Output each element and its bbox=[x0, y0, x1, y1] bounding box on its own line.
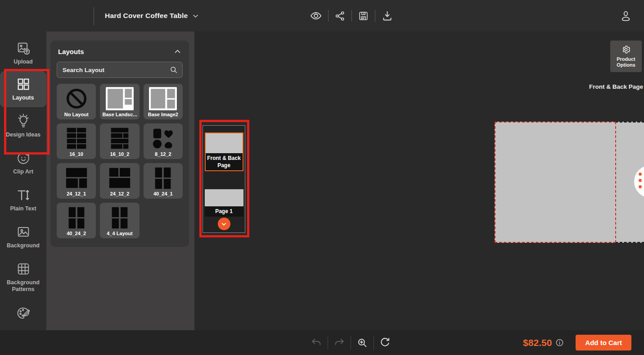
topbar-tool-divider bbox=[351, 10, 352, 22]
page-thumbnail-label: Page 1 bbox=[205, 206, 243, 216]
handle-dot bbox=[639, 185, 642, 188]
topbar: Hard Cover Coffee Table bbox=[0, 0, 644, 32]
sidebar-item-label: Clip Art bbox=[13, 168, 33, 175]
sidebar-item-label: Background bbox=[7, 242, 40, 249]
sidebar-item-upload[interactable]: Upload bbox=[0, 35, 46, 71]
layout-thumbnail bbox=[144, 165, 182, 191]
sidebar-item-design-ideas[interactable]: Design Ideas bbox=[0, 107, 46, 144]
topbar-tool-divider bbox=[375, 10, 375, 22]
sidebar-item-plain-text[interactable]: Plain Text bbox=[0, 182, 46, 218]
text-resize-icon bbox=[16, 188, 31, 202]
handle-dot bbox=[639, 179, 642, 182]
layout-thumbnail bbox=[101, 205, 138, 231]
handle-dot bbox=[639, 173, 642, 176]
sidebar-item-label: Layouts bbox=[13, 95, 34, 101]
layout-tile-40-24-2[interactable]: 40_24_2 bbox=[57, 203, 96, 238]
pattern-grid-icon bbox=[16, 262, 31, 276]
layout-tile-16-10[interactable]: 16_10 bbox=[57, 123, 96, 159]
layouts-card: Layouts No Layout Base Landsc... bbox=[50, 41, 189, 247]
layout-tile-24-12-1[interactable]: 24_12_1 bbox=[57, 163, 96, 199]
sidebar-item-label: Upload bbox=[14, 59, 32, 65]
toolbar-divider bbox=[374, 336, 374, 350]
chevron-up-icon[interactable] bbox=[174, 48, 181, 55]
pages-panel: Front & Back Page Page 1 bbox=[203, 125, 245, 233]
page-thumbnail-image bbox=[206, 133, 243, 153]
rotate-icon[interactable] bbox=[379, 337, 391, 348]
product-title-dropdown[interactable]: Hard Cover Coffee Table bbox=[105, 0, 199, 32]
layout-tile-8-12-2[interactable]: 8_12_2 bbox=[144, 123, 183, 159]
search-icon[interactable] bbox=[169, 65, 178, 74]
page-thumbnail-image bbox=[205, 189, 243, 206]
sidebar-item-label: Design Ideas bbox=[6, 132, 41, 138]
product-options-button[interactable]: Product Options bbox=[610, 41, 642, 72]
zoom-in-icon[interactable] bbox=[356, 337, 368, 349]
layout-thumbnail bbox=[101, 125, 138, 151]
topbar-divider bbox=[94, 7, 94, 25]
canvas-page-left-selected[interactable] bbox=[495, 122, 616, 243]
floppy-save-icon[interactable] bbox=[358, 10, 369, 22]
layout-thumbnail bbox=[58, 165, 95, 191]
chevron-down-icon bbox=[221, 221, 227, 228]
download-icon[interactable] bbox=[381, 10, 393, 22]
layout-tile-24-12-2[interactable]: 24_12_2 bbox=[100, 163, 139, 199]
sidebar-item-color-palette[interactable] bbox=[0, 300, 46, 330]
add-to-cart-button[interactable]: Add to Cart bbox=[576, 335, 631, 350]
sidebar-item-background-patterns[interactable]: Background Patterns bbox=[0, 256, 46, 299]
layout-thumbnail bbox=[101, 165, 138, 191]
user-icon[interactable] bbox=[620, 0, 632, 32]
product-options-label: Product Options bbox=[610, 56, 642, 68]
palette-brush-icon bbox=[16, 305, 31, 321]
layout-tile-16-10-2[interactable]: 16_10_2 bbox=[100, 123, 139, 159]
layouts-panel-title: Layouts bbox=[58, 48, 84, 55]
chevron-down-icon bbox=[192, 13, 199, 19]
sidebar-item-label: Background Patterns bbox=[2, 279, 45, 293]
redo-icon[interactable] bbox=[333, 337, 345, 349]
sidebar-item-label: Plain Text bbox=[10, 205, 36, 212]
sidebar-item-background[interactable]: Background bbox=[0, 219, 46, 255]
bottom-toolbar: $82.50 Add to Cart bbox=[0, 330, 644, 355]
layout-thumbnail bbox=[58, 125, 95, 151]
page-thumbnail-front-back[interactable]: Front & Back Page bbox=[205, 132, 243, 171]
image-icon bbox=[16, 225, 31, 239]
toolbar-divider bbox=[328, 336, 328, 350]
undo-icon[interactable] bbox=[311, 337, 322, 349]
lightbulb-icon bbox=[16, 113, 31, 128]
layout-thumbnail bbox=[101, 86, 138, 112]
layout-tile-40-24-1[interactable]: 40_24_1 bbox=[144, 163, 183, 199]
price-label: $82.50 bbox=[523, 337, 552, 348]
layout-tile-base-image2[interactable]: Base Image2 bbox=[144, 84, 183, 119]
eye-icon[interactable] bbox=[310, 9, 322, 22]
canvas-tools bbox=[311, 330, 391, 355]
canvas-page-title: Front & Back Page bbox=[546, 83, 644, 90]
design-canvas: Front & Back Page bbox=[194, 32, 644, 330]
layout-thumbnail bbox=[58, 205, 95, 231]
page-thumbnail-label: Front & Back Page bbox=[206, 153, 243, 170]
sidebar-item-layouts[interactable]: Layouts bbox=[0, 71, 46, 107]
sticker-icon bbox=[16, 151, 31, 165]
product-title: Hard Cover Coffee Table bbox=[105, 12, 188, 20]
layout-tile-no-layout[interactable]: No Layout bbox=[57, 84, 96, 119]
sidebar-item-clip-art[interactable]: Clip Art bbox=[0, 145, 46, 181]
no-layout-icon bbox=[58, 86, 95, 112]
checkout-area: $82.50 Add to Cart bbox=[523, 330, 631, 355]
topbar-tools bbox=[310, 0, 393, 32]
sidebar: Upload Layouts Design Ideas Clip Art Pla… bbox=[0, 32, 46, 330]
search-input[interactable] bbox=[57, 62, 183, 78]
page-thumbnail-page-1[interactable]: Page 1 bbox=[205, 189, 243, 216]
layout-tiles-grid: No Layout Base Landsc... Base Image2 16_… bbox=[57, 84, 183, 238]
layout-thumbnail bbox=[144, 125, 182, 151]
toolbar-divider bbox=[351, 336, 351, 350]
layout-search bbox=[57, 62, 183, 78]
layout-thumbnail bbox=[144, 86, 182, 112]
layout-tile-4-4-layout[interactable]: 4_4 Layout bbox=[100, 203, 139, 238]
pages-expand-button[interactable] bbox=[218, 218, 230, 230]
gear-icon bbox=[621, 45, 631, 55]
topbar-tool-divider bbox=[328, 10, 329, 22]
image-upload-icon bbox=[16, 41, 31, 55]
share-icon[interactable] bbox=[334, 10, 346, 22]
layout-tile-base-landscape[interactable]: Base Landsc... bbox=[100, 84, 139, 119]
layouts-card-header: Layouts bbox=[57, 48, 183, 55]
info-icon[interactable] bbox=[555, 338, 564, 347]
layout-grid-icon bbox=[16, 77, 31, 91]
